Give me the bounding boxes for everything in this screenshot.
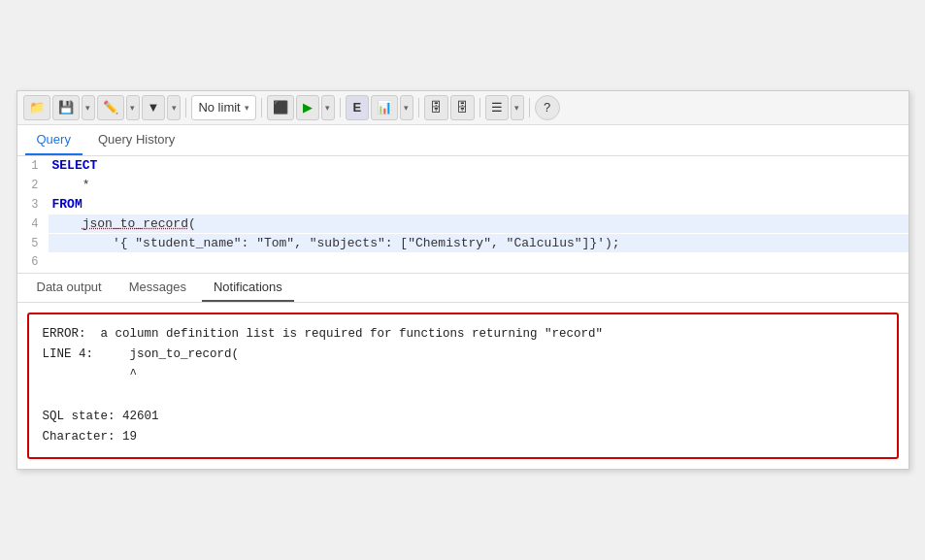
folder-icon: 📁 bbox=[29, 100, 45, 115]
error-line-6: Character: 19 bbox=[43, 427, 883, 447]
editor-line-3: 3 FROM bbox=[17, 195, 908, 214]
error-line-1: ERROR: a column definition list is requi… bbox=[43, 324, 883, 345]
result-tab-bar: Data output Messages Notifications bbox=[17, 274, 908, 303]
separator3 bbox=[340, 98, 341, 117]
line-content-5: '{ "student_name": "Tom", "subjects": ["… bbox=[49, 234, 908, 252]
tab-notifications[interactable]: Notifications bbox=[202, 274, 294, 302]
explain-icon: E bbox=[352, 100, 361, 115]
sql-editor[interactable]: 1 SELECT 2 * 3 FROM 4 json_to_record( 5 … bbox=[17, 156, 908, 274]
chart-icon: 📊 bbox=[377, 100, 392, 115]
line-content-4: json_to_record( bbox=[49, 214, 908, 233]
help-icon: ? bbox=[544, 100, 550, 115]
menu-caret-icon: ▾ bbox=[514, 103, 519, 113]
run-button[interactable]: ▶ bbox=[296, 95, 319, 120]
line-number-2: 2 bbox=[17, 177, 49, 194]
line-number-1: 1 bbox=[17, 157, 49, 175]
chart-dropdown-button[interactable]: ▾ bbox=[400, 95, 413, 120]
save-button[interactable]: 💾 bbox=[52, 95, 80, 120]
query-tab-bar: Query Query History bbox=[17, 125, 908, 156]
line-content-2: * bbox=[49, 176, 908, 194]
tab-query[interactable]: Query bbox=[25, 125, 83, 155]
no-limit-label: No limit bbox=[198, 100, 240, 115]
db1-icon: 🗄 bbox=[430, 100, 443, 115]
toolbar: 📁 💾 ▾ ✏️ ▾ ▼ ▾ No limit ▾ bbox=[17, 91, 908, 125]
filter-dropdown-button[interactable]: ▾ bbox=[167, 95, 181, 120]
run-dropdown-button[interactable]: ▾ bbox=[321, 95, 335, 120]
filter-caret-icon: ▾ bbox=[172, 103, 177, 113]
separator1 bbox=[185, 98, 186, 117]
db1-button[interactable]: 🗄 bbox=[424, 95, 448, 120]
separator4 bbox=[418, 98, 419, 117]
line-content-3: FROM bbox=[49, 195, 908, 214]
error-output: ERROR: a column definition list is requi… bbox=[27, 313, 899, 460]
run-caret-icon: ▾ bbox=[325, 103, 330, 113]
menu-button[interactable]: ☰ bbox=[485, 95, 509, 120]
save-dropdown-button[interactable]: ▾ bbox=[82, 95, 95, 120]
tab-data-output[interactable]: Data output bbox=[25, 274, 114, 302]
edit-caret-icon: ▾ bbox=[130, 103, 135, 113]
no-limit-caret-icon: ▾ bbox=[245, 103, 249, 113]
separator6 bbox=[529, 98, 530, 117]
error-line-3: ^ bbox=[43, 365, 883, 385]
edit-dropdown-button[interactable]: ▾ bbox=[126, 95, 140, 120]
line-content-1: SELECT bbox=[49, 156, 908, 175]
tab-query-history[interactable]: Query History bbox=[86, 125, 186, 155]
line-number-6: 6 bbox=[17, 253, 49, 271]
chart-caret-icon: ▾ bbox=[404, 103, 409, 113]
line-number-5: 5 bbox=[17, 235, 49, 252]
menu-icon: ☰ bbox=[491, 100, 503, 115]
editor-line-1: 1 SELECT bbox=[17, 156, 908, 176]
stop-icon: ⬛ bbox=[273, 100, 288, 115]
db2-icon: 🗄 bbox=[456, 100, 469, 115]
editor-line-2: 2 * bbox=[17, 176, 908, 195]
help-button[interactable]: ? bbox=[535, 95, 560, 120]
run-icon: ▶ bbox=[303, 100, 313, 115]
error-line-4 bbox=[43, 386, 883, 407]
filter-icon: ▼ bbox=[148, 100, 160, 115]
separator5 bbox=[479, 98, 480, 117]
save-caret-icon: ▾ bbox=[85, 103, 90, 113]
error-line-5: SQL state: 42601 bbox=[43, 407, 883, 427]
editor-line-6: 6 bbox=[17, 253, 908, 273]
menu-dropdown-button[interactable]: ▾ bbox=[511, 95, 524, 120]
line-number-3: 3 bbox=[17, 196, 49, 214]
tab-messages[interactable]: Messages bbox=[117, 274, 198, 302]
pencil-icon: ✏️ bbox=[103, 100, 118, 115]
filter-button[interactable]: ▼ bbox=[142, 95, 166, 120]
editor-line-4: 4 json_to_record( bbox=[17, 214, 908, 234]
open-file-button[interactable]: 📁 bbox=[23, 95, 50, 120]
stop-button[interactable]: ⬛ bbox=[267, 95, 294, 120]
line-content-6 bbox=[49, 261, 908, 265]
editor-line-5: 5 '{ "student_name": "Tom", "subjects": … bbox=[17, 234, 908, 253]
chart-button[interactable]: 📊 bbox=[371, 95, 398, 120]
separator2 bbox=[261, 98, 262, 117]
explain-button[interactable]: E bbox=[346, 95, 369, 120]
db2-button[interactable]: 🗄 bbox=[450, 95, 475, 120]
line-number-4: 4 bbox=[17, 215, 49, 233]
edit-button[interactable]: ✏️ bbox=[97, 95, 124, 120]
save-icon: 💾 bbox=[58, 100, 74, 115]
no-limit-dropdown[interactable]: No limit ▾ bbox=[191, 95, 255, 120]
error-line-2: LINE 4: json_to_record( bbox=[43, 345, 883, 365]
